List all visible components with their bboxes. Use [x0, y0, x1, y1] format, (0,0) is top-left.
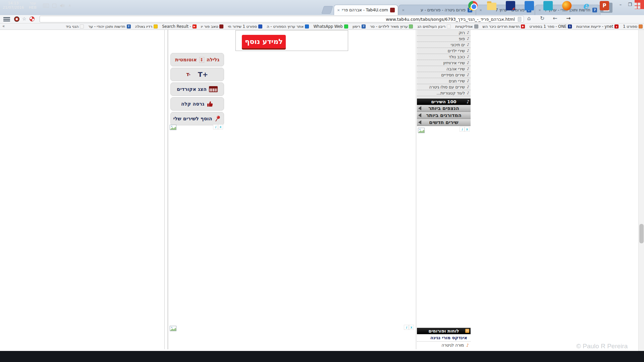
menu-icon[interactable]	[3, 17, 10, 18]
music-note-icon: ♪	[467, 67, 469, 71]
bookmark-item[interactable]: 1 ONE - ספר 1 בספורט	[529, 24, 572, 29]
ad-more-info-button[interactable]: למידע נוסף	[242, 35, 286, 48]
tab-close-icon[interactable]: ✕	[402, 8, 405, 12]
bookmark-item[interactable]: ריבון העולמים הנ	[417, 24, 451, 29]
start-button[interactable]	[631, 0, 644, 11]
taskbar-clock[interactable]: 14:13 21/07/2016	[3, 1, 24, 10]
show-chords-button[interactable]: הצג אקורדים	[170, 82, 224, 96]
address-bar[interactable]: www.tab4u.com/tabs/songs/6793_אברהם_פריד…	[40, 16, 524, 22]
minimize-button[interactable]: –	[616, 0, 625, 9]
bookmark-item[interactable]: WhatsApp Web	[313, 24, 348, 29]
bookmark-item[interactable]: ספורט 1	[623, 24, 643, 29]
sidebar-category[interactable]: ♪ שירים עם סולו גיטרה	[417, 84, 471, 90]
bookmark-item[interactable]: ערוץ מאיר לילדים - סר	[370, 24, 413, 29]
easy-version-button[interactable]: גרסה קלה	[170, 97, 224, 111]
bookmark-item[interactable]: ▶ חדשות חרדים כיכר הש	[483, 24, 525, 29]
speaker-icon[interactable]	[60, 3, 65, 8]
bookmark-item[interactable]: הנני ביד	[66, 24, 84, 29]
font-decrease-label[interactable]: T-	[186, 72, 191, 77]
browser-tab[interactable]: 7 פורום גיטרה - פורומים - ע ✕	[398, 5, 476, 15]
sidebar-category[interactable]: ♪ שירים חסידיים	[417, 72, 471, 78]
ad-close-icon[interactable]: x	[218, 124, 223, 129]
sidebar-category[interactable]: ♪ שירי אהבה	[417, 66, 471, 72]
sidebar-category[interactable]: ♪ שירי חגים	[417, 78, 471, 84]
ad-close-icon[interactable]: x	[465, 127, 470, 132]
quick-label: שירים חדשים	[429, 120, 458, 125]
up-down-arrows-icon: ↕	[199, 57, 204, 63]
ad-info-icon[interactable]: i	[404, 325, 409, 330]
bookmark-star-icon[interactable]: ☆	[22, 16, 26, 21]
sidebar-quick-button[interactable]: המדורגים ביותר	[417, 112, 471, 119]
font-size-button[interactable]: T- T+	[170, 68, 224, 81]
language-indicator[interactable]: עבר HEB	[29, 1, 37, 10]
bookmark-item[interactable]: 7 חדשות ותוכן יהודי - ער	[88, 24, 130, 29]
clock-date: 21/07/2016	[3, 5, 24, 10]
music-note-icon: ♪	[467, 43, 469, 47]
home-icon[interactable]: ⌂	[527, 15, 531, 21]
bookmark-label: ONE - ספר 1 בספורט	[529, 24, 567, 29]
font-increase-label[interactable]: T+	[198, 70, 208, 78]
bookmark-favicon: 1	[568, 24, 572, 28]
ad-close-icon[interactable]: x	[409, 325, 414, 330]
auto-scroll-label: גלילה	[207, 57, 219, 62]
category-label: שירים עם סולו גיטרה	[429, 85, 465, 89]
sidebar-category[interactable]: ♪ פופ	[417, 36, 471, 42]
extension-icon[interactable]	[30, 16, 35, 21]
photos-app-icon[interactable]	[543, 1, 553, 10]
bookmark-item[interactable]: אפליקציות	[455, 24, 478, 29]
bookmark-item[interactable]: ▶ - Search Result	[162, 24, 197, 29]
boards-forums-header[interactable]: לוחות ופורומים	[417, 328, 471, 334]
bookmark-item[interactable]: טאב פור יו	[201, 24, 224, 29]
bookmark-item[interactable]: רדיו גאולה	[135, 24, 158, 29]
reload-icon[interactable]: ↻	[540, 15, 544, 21]
ad-info-icon[interactable]: i	[213, 124, 218, 129]
forward-icon[interactable]: →	[566, 15, 571, 21]
bookmark-favicon: 7	[127, 24, 131, 28]
sidebar-category[interactable]: ♪ כוכב נולד	[417, 54, 471, 60]
sidebar-quick-button[interactable]: שירים חדשים	[417, 119, 471, 126]
bookmarks-overflow-chevron[interactable]: «	[2, 24, 5, 28]
teachers-index-link[interactable]: אינדקס מורי נגינה	[417, 334, 471, 341]
firefox-icon[interactable]	[562, 1, 572, 10]
sidebar-category[interactable]: ♪ ים תיכוני	[417, 42, 471, 48]
bookmark-label: ערוץ מאיר לילדים - סר	[370, 24, 408, 29]
ad-info-icon[interactable]: i	[460, 127, 465, 132]
scrollbar-thumb[interactable]	[639, 224, 644, 243]
back-icon[interactable]: ←	[553, 15, 557, 21]
bookmark-favicon	[447, 24, 451, 28]
add-to-my-songs-button[interactable]: הוסף לשירים שלי	[170, 112, 224, 125]
tab-close-icon[interactable]: ✕	[337, 8, 340, 12]
guitar-teacher-link[interactable]: ♪ מורה לגיטרה	[417, 341, 471, 349]
internet-explorer-icon[interactable]: e	[581, 1, 590, 10]
bookmark-label: ספורט 1 שידור חי	[228, 24, 257, 29]
bookmark-item[interactable]: y ynet - ידיעות אחרונות	[576, 24, 619, 29]
ad-choices-controls[interactable]: i x	[460, 127, 470, 132]
ad-choices-controls[interactable]: i x	[213, 124, 223, 129]
sidebar-category[interactable]: ♪ לעוד קטגוריות...	[417, 90, 471, 96]
sidebar-category[interactable]: ♪ שירי אירוויזיון	[417, 60, 471, 66]
hidden-icons-chevron[interactable]: ∧	[68, 3, 71, 8]
top-100-header[interactable]: ♪ 100 השירים	[417, 99, 471, 105]
blue-app-icon[interactable]	[506, 1, 515, 10]
store-app-icon[interactable]	[525, 1, 534, 10]
tray-app-icon[interactable]	[52, 4, 56, 8]
ad-choices-controls[interactable]: i x	[404, 325, 414, 330]
sidebar-category[interactable]: ♪ רוק	[417, 30, 471, 36]
music-note-icon: ♪	[467, 61, 469, 65]
sidebar-quick-button[interactable]: הנצפים ביותר	[417, 105, 471, 112]
bookmark-item[interactable]: 7 רימון	[353, 24, 366, 29]
keyboard-icon[interactable]	[43, 4, 49, 8]
sidebar-category[interactable]: ♪ שירי ילדים	[417, 48, 471, 54]
scrollbar[interactable]	[638, 30, 644, 351]
url-text[interactable]: www.tab4u.com/tabs/songs/6793_אברהם_פריד…	[386, 17, 515, 22]
extension-icon[interactable]	[14, 16, 19, 22]
auto-scroll-button[interactable]: גלילה ↕ אוטומטית	[170, 53, 224, 66]
browser-tab[interactable]: Tab4U.com - אברהם פריד ✕	[334, 5, 398, 15]
bookmark-item[interactable]: ספורט 1 שידור חי	[228, 24, 262, 29]
bookmark-item[interactable]: אתר ערוץ הספורט - ה	[267, 24, 309, 29]
category-label: כוכב נולד	[449, 55, 465, 59]
chrome-icon[interactable]	[468, 1, 478, 10]
powerpoint-icon[interactable]: P	[600, 1, 609, 10]
bookmark-label: אפליקציות	[455, 24, 473, 29]
file-explorer-icon[interactable]	[487, 3, 496, 10]
